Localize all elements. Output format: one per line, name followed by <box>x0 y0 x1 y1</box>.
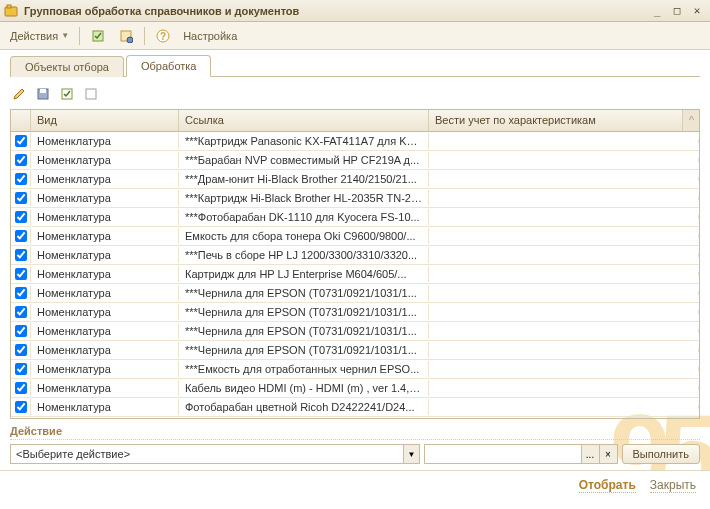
tab-selection[interactable]: Объекты отбора <box>10 56 124 77</box>
row-check[interactable] <box>11 361 31 377</box>
row-track <box>429 329 699 333</box>
svg-rect-1 <box>7 5 11 8</box>
col-link[interactable]: Ссылка <box>179 110 429 131</box>
check-all-icon[interactable] <box>58 85 76 103</box>
chevron-down-icon[interactable]: ▼ <box>403 445 419 463</box>
actions-menu[interactable]: Действия ▼ <box>6 26 73 46</box>
row-track <box>429 291 699 295</box>
footer: Отобрать Закрыть <box>0 470 710 500</box>
save-icon[interactable] <box>34 85 52 103</box>
row-check[interactable] <box>11 152 31 168</box>
row-check[interactable] <box>11 171 31 187</box>
row-checkbox[interactable] <box>15 363 27 375</box>
row-link: ***Фотобарабан DK-1110 для Kyocera FS-10… <box>179 209 429 225</box>
col-track[interactable]: Вести учет по характеристикам <box>429 110 683 131</box>
table-row[interactable]: НоменклатураКартридж для HP LJ Enterpris… <box>11 265 699 284</box>
table-row[interactable]: НоменклатураФотобарабан цветной Ricoh D2… <box>11 398 699 417</box>
table-toolbar <box>10 83 700 105</box>
row-check[interactable] <box>11 133 31 149</box>
row-check[interactable] <box>11 247 31 263</box>
row-checkbox[interactable] <box>15 268 27 280</box>
row-checkbox[interactable] <box>15 135 27 147</box>
row-check[interactable] <box>11 228 31 244</box>
uncheck-all-icon[interactable] <box>82 85 100 103</box>
table-row[interactable]: Номенклатура***Чернила для EPSON (T0731/… <box>11 322 699 341</box>
row-link: ***Картридж Hi-Black Brother HL-2035R TN… <box>179 190 429 206</box>
row-link: ***Печь в сборе HP LJ 1200/3300/3310/332… <box>179 247 429 263</box>
table-row[interactable]: Номенклатура***Чернила для EPSON (T0731/… <box>11 284 699 303</box>
row-type: Номенклатура <box>31 342 179 358</box>
table-row[interactable]: НоменклатураЕмкость для сбора тонера Oki… <box>11 227 699 246</box>
toolbar-icon-1[interactable] <box>86 26 110 46</box>
execute-button[interactable]: Выполнить <box>622 444 700 464</box>
row-checkbox[interactable] <box>15 306 27 318</box>
close-button[interactable]: ✕ <box>688 3 706 19</box>
settings-button[interactable]: Настройка <box>179 26 241 46</box>
row-check[interactable] <box>11 399 31 415</box>
row-track <box>429 272 699 276</box>
table-body[interactable]: Номенклатура***Картридж Panasonic KX-FAT… <box>11 132 699 419</box>
edit-icon[interactable] <box>10 85 28 103</box>
action-combo[interactable]: <Выберите действие> ▼ <box>10 444 420 464</box>
col-check[interactable] <box>11 110 31 131</box>
close-link[interactable]: Закрыть <box>650 478 696 493</box>
row-type: Номенклатура <box>31 304 179 320</box>
minimize-button[interactable]: _ <box>648 3 666 19</box>
table-row[interactable]: Номенклатура***Чернила для EPSON (T0731/… <box>11 303 699 322</box>
row-link: Фотобарабан цветной Ricoh D2422241/D24..… <box>179 399 429 415</box>
row-checkbox[interactable] <box>15 401 27 413</box>
col-type[interactable]: Вид <box>31 110 179 131</box>
table-row[interactable]: Номенклатура***Драм-юнит Hi-Black Brothe… <box>11 170 699 189</box>
row-checkbox[interactable] <box>15 230 27 242</box>
row-check[interactable] <box>11 323 31 339</box>
row-track <box>429 158 699 162</box>
row-checkbox[interactable] <box>15 382 27 394</box>
row-link: ***Чернила для EPSON (T0731/0921/1031/1.… <box>179 304 429 320</box>
row-checkbox[interactable] <box>15 154 27 166</box>
row-check[interactable] <box>11 304 31 320</box>
row-check[interactable] <box>11 190 31 206</box>
table-row[interactable]: Номенклатура***Барабан NVP совместимый H… <box>11 151 699 170</box>
tab-processing[interactable]: Обработка <box>126 55 211 77</box>
select-link[interactable]: Отобрать <box>579 478 636 493</box>
row-track <box>429 405 699 409</box>
row-track <box>429 367 699 371</box>
row-check[interactable] <box>11 266 31 282</box>
table-row[interactable]: Номенклатура***Чернила для EPSON (T0731/… <box>11 341 699 360</box>
row-track <box>429 253 699 257</box>
table-row[interactable]: НоменклатураКабель видео HDMI (m) - HDMI… <box>11 379 699 398</box>
row-link: ***Картридж Panasonic KX-FAT411A7 для KX… <box>179 133 429 149</box>
svg-rect-10 <box>86 89 96 99</box>
row-type: Номенклатура <box>31 247 179 263</box>
row-checkbox[interactable] <box>15 249 27 261</box>
maximize-button[interactable]: □ <box>668 3 686 19</box>
tabstrip: Объекты отбора Обработка <box>0 50 710 76</box>
row-type: Номенклатура <box>31 190 179 206</box>
row-check[interactable] <box>11 342 31 358</box>
help-button[interactable]: ? <box>151 26 175 46</box>
action-value-field[interactable] <box>425 445 581 463</box>
row-link: ***Чернила для EPSON (T0731/0921/1031/1.… <box>179 285 429 301</box>
toolbar-icon-2[interactable] <box>114 26 138 46</box>
table-row[interactable]: Номенклатура***Фотобарабан DK-1110 для K… <box>11 208 699 227</box>
table-row[interactable]: Номенклатура***Картридж Hi-Black Brother… <box>11 189 699 208</box>
action-section-label: Действие <box>10 425 700 440</box>
table-row[interactable]: Номенклатура***Емкость для отработанных … <box>11 360 699 379</box>
row-checkbox[interactable] <box>15 192 27 204</box>
row-checkbox[interactable] <box>15 287 27 299</box>
row-checkbox[interactable] <box>15 325 27 337</box>
table-row[interactable]: Номенклатура***Печь в сборе HP LJ 1200/3… <box>11 246 699 265</box>
action-value-input[interactable]: ... × <box>424 444 618 464</box>
row-check[interactable] <box>11 380 31 396</box>
row-checkbox[interactable] <box>15 211 27 223</box>
svg-rect-8 <box>40 89 46 93</box>
toolbar-separator <box>144 27 145 45</box>
clear-button[interactable]: × <box>599 445 617 463</box>
select-dialog-button[interactable]: ... <box>581 445 599 463</box>
table-row[interactable]: Номенклатура***Картридж Panasonic KX-FAT… <box>11 132 699 151</box>
row-check[interactable] <box>11 285 31 301</box>
row-checkbox[interactable] <box>15 173 27 185</box>
row-checkbox[interactable] <box>15 344 27 356</box>
row-check[interactable] <box>11 209 31 225</box>
row-track <box>429 234 699 238</box>
